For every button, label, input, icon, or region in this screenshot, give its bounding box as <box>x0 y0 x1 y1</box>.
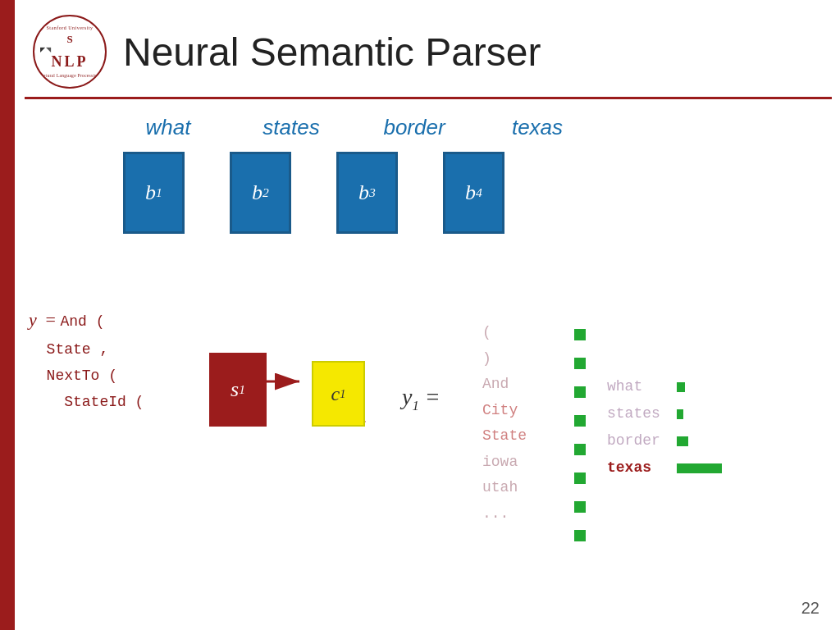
gsq-1 <box>574 322 586 347</box>
logo-top-text: Stanford University <box>40 25 100 31</box>
right-text-what: what <box>607 373 669 399</box>
gsq-5 <box>574 436 586 462</box>
gsq-2 <box>574 350 586 376</box>
word-what: what <box>131 115 205 140</box>
right-label-states: states <box>607 400 722 427</box>
title-underline <box>25 97 832 99</box>
box-b3: b3 <box>336 152 398 234</box>
logo-mountain-left: ◤ <box>40 46 45 54</box>
stateid-line: StateId ( <box>29 394 144 410</box>
right-bar-states <box>677 409 683 419</box>
word-states: states <box>254 115 328 140</box>
box-b4: b4 <box>443 152 504 234</box>
right-text-border: border <box>607 427 669 454</box>
left-accent-bar <box>0 0 15 630</box>
logo-bottom-text: Natural Language Processing <box>40 73 100 79</box>
right-label-border: border <box>607 427 722 454</box>
y-variable: y <box>29 309 37 330</box>
right-label-texas: texas <box>607 454 722 482</box>
gsq-7 <box>574 494 586 519</box>
right-bar-texas <box>677 463 722 473</box>
logo-s: S <box>40 33 100 46</box>
word-texas: texas <box>500 115 574 140</box>
output-list: ( ) And City State iowa utah ... <box>482 320 527 527</box>
output-item-utah: utah <box>482 475 527 501</box>
stanford-logo: Stanford University S ◤ ◥ NLP Natural La… <box>33 15 107 89</box>
right-text-texas: texas <box>607 454 669 481</box>
right-label-what: what <box>607 373 722 400</box>
blue-boxes-row: b1 b2 b3 b4 <box>123 152 504 234</box>
page-number: 22 <box>801 599 819 618</box>
output-item-paren-close: ) <box>482 346 527 372</box>
gsq-6 <box>574 465 586 491</box>
output-item-city: City <box>482 398 527 424</box>
right-labels: what states border texas <box>607 373 722 482</box>
c1-box: c1 <box>312 361 365 427</box>
and-open: And ( <box>61 313 105 330</box>
logo-nlp: NLP <box>40 53 100 71</box>
output-item-iowa: iowa <box>482 450 527 476</box>
nextto-line: NextTo ( <box>29 368 117 384</box>
output-item-and: And <box>482 372 527 398</box>
right-bar-border <box>677 436 688 446</box>
gsq-4 <box>574 408 586 433</box>
box-b2: b2 <box>230 152 291 234</box>
header: Stanford University S ◤ ◥ NLP Natural La… <box>33 15 824 89</box>
page-title: Neural Semantic Parser <box>123 30 541 75</box>
output-item-state: State <box>482 423 527 450</box>
gsq-8 <box>574 523 586 548</box>
words-row: what states border texas <box>131 115 574 140</box>
equals-sign: = <box>46 309 61 330</box>
right-bar-what <box>677 382 685 392</box>
output-item-ellipsis: ... <box>482 501 527 527</box>
y-equation: y = And ( State , NextTo ( StateId ( <box>29 304 144 416</box>
box-b1: b1 <box>123 152 185 234</box>
output-item-paren-open: ( <box>482 320 527 346</box>
y1-label: y1 = <box>402 384 441 414</box>
s1-box: s1 <box>209 353 267 427</box>
logo-mountain-right: ◥ <box>46 46 51 54</box>
green-squares-column <box>574 322 586 548</box>
state-line: State , <box>29 341 108 358</box>
right-text-states: states <box>607 400 669 427</box>
word-border: border <box>377 115 451 140</box>
gsq-3 <box>574 379 586 404</box>
